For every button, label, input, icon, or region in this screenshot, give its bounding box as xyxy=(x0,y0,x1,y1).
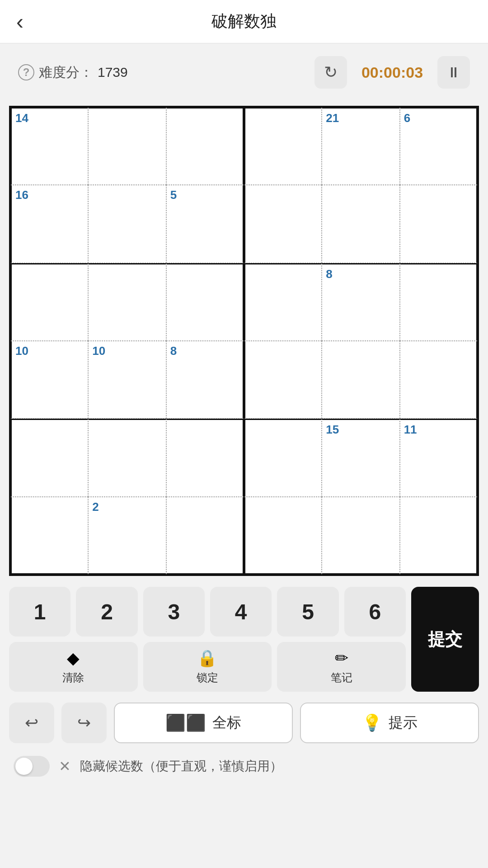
tool-row: ◆清除🔒锁定✏笔记 xyxy=(9,642,406,692)
toggle-bar: ✕ 隐藏候选数（便于直观，谨慎启用） xyxy=(9,756,479,777)
sudoku-cell[interactable] xyxy=(400,185,478,263)
number-button-3[interactable]: 3 xyxy=(143,587,205,637)
cell-clue: 6 xyxy=(404,111,410,125)
sudoku-cell[interactable] xyxy=(88,185,166,263)
sudoku-cell[interactable]: 14 xyxy=(10,107,88,185)
sudoku-cell[interactable] xyxy=(166,107,244,185)
sudoku-cell[interactable] xyxy=(10,263,88,341)
锁定-icon: 🔒 xyxy=(197,649,217,668)
hide-candidates-toggle[interactable] xyxy=(14,756,50,777)
submit-button[interactable]: 提交 xyxy=(411,587,479,692)
sudoku-cell[interactable] xyxy=(244,497,322,575)
sudoku-cell[interactable] xyxy=(400,263,478,341)
sudoku-cell[interactable]: 15 xyxy=(322,419,399,496)
sudoku-cell[interactable] xyxy=(244,419,322,496)
hint-icon: 💡 xyxy=(362,713,382,732)
cell-clue: 21 xyxy=(326,111,339,125)
undo-button[interactable]: ↩ xyxy=(9,703,54,743)
cell-clue: 14 xyxy=(15,111,28,125)
hint-button[interactable]: 💡 提示 xyxy=(300,703,479,743)
toggle-close-icon[interactable]: ✕ xyxy=(59,758,71,775)
sudoku-cell[interactable] xyxy=(400,497,478,575)
numpad-left: 123456 ◆清除🔒锁定✏笔记 xyxy=(9,587,406,692)
difficulty-label: 难度分： xyxy=(39,63,93,82)
笔记-icon: ✏ xyxy=(335,649,348,668)
sudoku-cell[interactable] xyxy=(88,107,166,185)
hint-label: 提示 xyxy=(389,713,418,733)
toggle-knob xyxy=(15,758,33,775)
sudoku-cell[interactable] xyxy=(322,497,399,575)
sudoku-cell[interactable] xyxy=(166,419,244,496)
tool-button-笔记[interactable]: ✏笔记 xyxy=(277,642,406,692)
header: ‹ 破解数独 xyxy=(0,0,488,43)
cell-clue: 15 xyxy=(326,423,339,437)
numpad-area: 123456 ◆清除🔒锁定✏笔记 提交 xyxy=(9,587,479,692)
number-button-4[interactable]: 4 xyxy=(210,587,272,637)
difficulty-help-icon[interactable]: ? xyxy=(18,64,34,80)
sudoku-cell[interactable] xyxy=(88,263,166,341)
numpad-submit-wrap: 123456 ◆清除🔒锁定✏笔记 提交 xyxy=(9,587,479,692)
tool-button-锁定[interactable]: 🔒锁定 xyxy=(143,642,272,692)
cell-clue: 10 xyxy=(92,344,105,358)
info-bar: ? 难度分： 1739 ↻ 00:00:03 ⏸ xyxy=(0,43,488,101)
timer-display: 00:00:03 xyxy=(356,64,428,81)
number-button-5[interactable]: 5 xyxy=(277,587,338,637)
sudoku-cell[interactable]: 5 xyxy=(166,185,244,263)
笔记-label: 笔记 xyxy=(331,670,352,685)
fullmark-button[interactable]: ⬛⬛ 全标 xyxy=(114,703,293,743)
tool-button-清除[interactable]: ◆清除 xyxy=(9,642,138,692)
sudoku-cell[interactable]: 10 xyxy=(88,341,166,419)
锁定-label: 锁定 xyxy=(197,670,218,685)
cell-clue: 10 xyxy=(15,344,28,358)
sudoku-cell[interactable]: 8 xyxy=(166,341,244,419)
cell-clue: 11 xyxy=(404,423,417,437)
cell-clue: 8 xyxy=(170,344,177,358)
sudoku-cell[interactable]: 11 xyxy=(400,419,478,496)
number-row: 123456 xyxy=(9,587,406,637)
sudoku-cell[interactable] xyxy=(244,341,322,419)
page-title: 破解数独 xyxy=(211,10,277,33)
cell-clue: 8 xyxy=(326,267,332,281)
sudoku-cell[interactable]: 21 xyxy=(322,107,399,185)
sudoku-cell[interactable] xyxy=(244,263,322,341)
action-row: ↩ ↪ ⬛⬛ 全标 💡 提示 xyxy=(9,703,479,743)
back-button[interactable]: ‹ xyxy=(16,9,23,34)
cell-clue: 2 xyxy=(92,500,99,514)
pause-button[interactable]: ⏸ xyxy=(437,56,470,89)
sudoku-cell[interactable]: 10 xyxy=(10,341,88,419)
cell-clue: 5 xyxy=(170,188,177,202)
sudoku-cell[interactable] xyxy=(400,341,478,419)
refresh-button[interactable]: ↻ xyxy=(314,56,347,89)
toggle-label: 隐藏候选数（便于直观，谨慎启用） xyxy=(80,758,282,775)
sudoku-cell[interactable] xyxy=(244,185,322,263)
sudoku-grid: 1421616581010815112 xyxy=(10,107,478,575)
sudoku-cell[interactable] xyxy=(322,341,399,419)
sudoku-cell[interactable] xyxy=(166,263,244,341)
difficulty-value: 1739 xyxy=(98,65,128,80)
difficulty-section: ? 难度分： 1739 xyxy=(18,63,305,82)
sudoku-cell[interactable]: 6 xyxy=(400,107,478,185)
number-button-6[interactable]: 6 xyxy=(344,587,406,637)
清除-label: 清除 xyxy=(62,670,84,685)
sudoku-cell[interactable] xyxy=(244,107,322,185)
cell-clue: 16 xyxy=(15,188,28,202)
sudoku-cell[interactable] xyxy=(10,497,88,575)
number-button-1[interactable]: 1 xyxy=(9,587,70,637)
sudoku-grid-container: 1421616581010815112 xyxy=(9,106,479,576)
fullmark-label: 全标 xyxy=(212,713,241,733)
清除-icon: ◆ xyxy=(67,649,80,668)
sudoku-cell[interactable] xyxy=(166,497,244,575)
sudoku-cell[interactable]: 8 xyxy=(322,263,399,341)
number-button-2[interactable]: 2 xyxy=(76,587,137,637)
fullmark-icon: ⬛⬛ xyxy=(165,713,206,732)
sudoku-cell[interactable] xyxy=(88,419,166,496)
sudoku-cell[interactable] xyxy=(322,185,399,263)
sudoku-cell[interactable] xyxy=(10,419,88,496)
sudoku-cell[interactable]: 2 xyxy=(88,497,166,575)
sudoku-cell[interactable]: 16 xyxy=(10,185,88,263)
redo-button[interactable]: ↪ xyxy=(61,703,107,743)
